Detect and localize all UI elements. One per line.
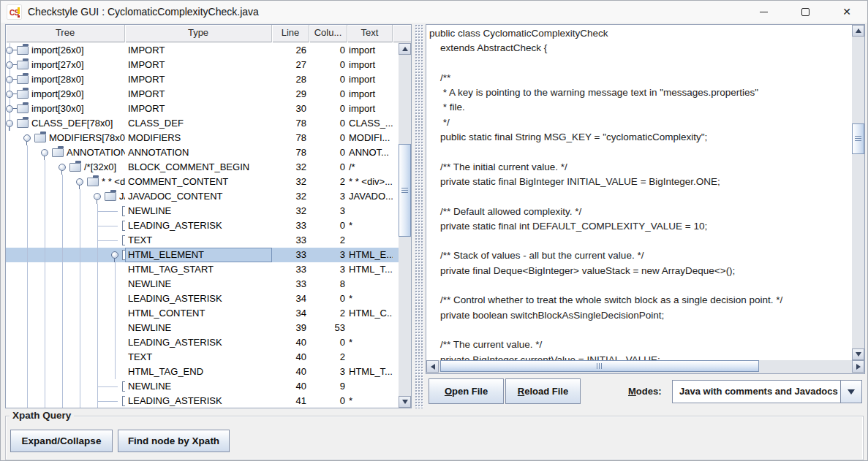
open-file-button[interactable]: Open File (429, 378, 504, 404)
tree-row[interactable]: HTML_TAG_START333HTML_T... (6, 262, 399, 277)
tree-guide-line (45, 365, 45, 379)
split-pane-divider[interactable] (415, 24, 423, 408)
tree-row[interactable]: NEWLINE323 (6, 204, 399, 218)
column-cell: 2 (309, 306, 347, 321)
line-cell: 27 (272, 58, 309, 72)
text-cell: HTML_C... (347, 306, 393, 321)
expanded-handle-icon[interactable] (76, 178, 83, 186)
tree-cell (6, 292, 125, 306)
tree-guide-line (80, 335, 80, 350)
text-cell: HTML_T... (347, 262, 393, 277)
close-button[interactable]: ✕ (830, 1, 864, 23)
expanded-handle-icon[interactable] (94, 193, 101, 200)
minimize-button[interactable] (747, 1, 780, 23)
tree-row[interactable]: CLASS_DEF[78x0]CLASS_DEF780CLASS_... (6, 116, 399, 131)
modes-dropdown[interactable]: Java with comments and Javadocs (672, 380, 862, 403)
tree-row[interactable]: import[30x0]IMPORT300import (6, 102, 399, 116)
text-cell: import (347, 87, 393, 102)
tree-row[interactable]: * * <div>...COMMENT_CONTENT322* * <div>.… (6, 175, 399, 189)
tree-row[interactable]: MODIFIERS[78x0]MODIFIERS780MODIFI... (6, 131, 399, 145)
header-column[interactable]: Colu... (309, 25, 347, 42)
tree-guide-line (45, 175, 45, 189)
tree-row[interactable]: TEXT332 (6, 233, 399, 248)
tree-row[interactable]: HTML_TAG_END403HTML_T... (6, 365, 399, 379)
code-scroll-left-button[interactable] (426, 360, 439, 373)
expanded-handle-icon[interactable] (59, 164, 66, 171)
tree-row[interactable]: NEWLINE3953 (6, 321, 399, 335)
tree-vertical-scrollbar[interactable] (399, 43, 411, 408)
text-cell: MODIFI... (347, 131, 393, 145)
code-scroll-up-button[interactable] (852, 25, 864, 37)
scroll-up-button[interactable] (399, 43, 411, 55)
code-line (429, 323, 852, 338)
tree-guide-line (45, 321, 45, 335)
tree-row[interactable]: LEADING_ASTERISK330* (6, 218, 399, 233)
tree-guide-line (27, 175, 28, 189)
column-cell: 0 (309, 72, 347, 87)
tree-row[interactable]: import[29x0]IMPORT290import (6, 87, 399, 102)
type-cell: NEWLINE (125, 321, 272, 335)
tree-guide-line (27, 248, 28, 262)
column-cell: 2 (309, 175, 347, 189)
header-text[interactable]: Text (347, 25, 393, 42)
reload-file-button[interactable]: Reload File (505, 378, 581, 404)
code-line: /** Control whether to treat the whole s… (429, 293, 852, 308)
expanded-handle-icon[interactable] (111, 251, 118, 259)
collapsed-handle-icon[interactable] (6, 61, 13, 69)
tree-cell (6, 262, 125, 277)
tree-row[interactable]: LEADING_ASTERISK410* (6, 394, 399, 408)
tree-row[interactable]: import[26x0]IMPORT260import (6, 43, 399, 58)
tree-row[interactable]: JAVADOC_CONTENTJAVADOC_CONTENT323JAVADO.… (6, 189, 399, 204)
scroll-down-button[interactable] (399, 396, 411, 408)
text-cell: /* (347, 160, 393, 175)
maximize-button[interactable] (788, 1, 822, 23)
tree-guide-line (27, 335, 28, 350)
collapsed-handle-icon[interactable] (6, 76, 13, 83)
code-scroll-right-button[interactable] (852, 360, 864, 373)
code-content[interactable]: public class CyclomaticComplexityCheck e… (426, 25, 852, 360)
tree-row[interactable]: HTML_ELEMENTHTML_ELEMENT333HTML_E... (6, 248, 399, 262)
expanded-handle-icon[interactable] (6, 120, 13, 127)
tree-scrollbar-thumb[interactable] (399, 144, 411, 237)
tree-row[interactable]: NEWLINE409 (6, 379, 399, 394)
tree-row[interactable]: HTML_CONTENT342HTML_C... (6, 306, 399, 321)
tree-cell (6, 394, 125, 408)
column-cell: 0 (309, 43, 347, 58)
collapsed-handle-icon[interactable] (6, 91, 13, 98)
collapsed-handle-icon[interactable] (6, 47, 13, 54)
find-node-by-xpath-button[interactable]: Find node by Xpath (118, 430, 230, 452)
code-horizontal-scrollbar[interactable] (426, 360, 864, 373)
tree-row[interactable]: LEADING_ASTERISK400* (6, 335, 399, 350)
collapsed-handle-icon[interactable] (6, 105, 13, 113)
code-hscrollbar-thumb[interactable] (440, 360, 759, 372)
code-line: private static final BigInteger INITIAL_… (429, 175, 852, 189)
header-line[interactable]: Line (272, 25, 309, 42)
tree-row[interactable]: /*[32x0]BLOCK_COMMENT_BEGIN320/* (6, 160, 399, 175)
header-type[interactable]: Type (125, 25, 272, 42)
tree-guide-line (27, 204, 28, 218)
text-cell: import (347, 43, 393, 58)
expand-collapse-button[interactable]: Expand/Collapse (10, 430, 113, 452)
tree-row[interactable]: import[27x0]IMPORT270import (6, 58, 399, 72)
code-vertical-scrollbar[interactable] (852, 25, 864, 360)
tree-node-label: * * <div>... (102, 175, 125, 189)
tree-row[interactable]: ANNOTATION[78x0]ANNOTATION780ANNOT... (6, 145, 399, 160)
expanded-handle-icon[interactable] (41, 149, 48, 156)
window-title: Checkstyle GUI : CyclomaticComplexityChe… (28, 1, 259, 23)
chevron-down-icon[interactable] (840, 381, 861, 403)
column-cell: 3 (309, 204, 347, 218)
header-tree[interactable]: Tree (6, 25, 125, 42)
tree-node-label: ANNOTATION[78x0] (67, 145, 125, 160)
code-vscrollbar-thumb[interactable] (852, 123, 864, 154)
tree-cell: ANNOTATION[78x0] (6, 145, 125, 160)
column-cell: 0 (309, 58, 347, 72)
tree-row[interactable]: import[28x0]IMPORT280import (6, 72, 399, 87)
code-scroll-down-button[interactable] (852, 348, 864, 360)
line-cell: 33 (272, 233, 309, 248)
tree-row[interactable]: NEWLINE338 (6, 277, 399, 292)
tree-row[interactable]: TEXT402 (6, 350, 399, 365)
tree-guide-line (62, 262, 63, 277)
tree-row[interactable]: LEADING_ASTERISK340* (6, 292, 399, 306)
type-cell: IMPORT (125, 102, 272, 116)
expanded-handle-icon[interactable] (23, 134, 31, 142)
